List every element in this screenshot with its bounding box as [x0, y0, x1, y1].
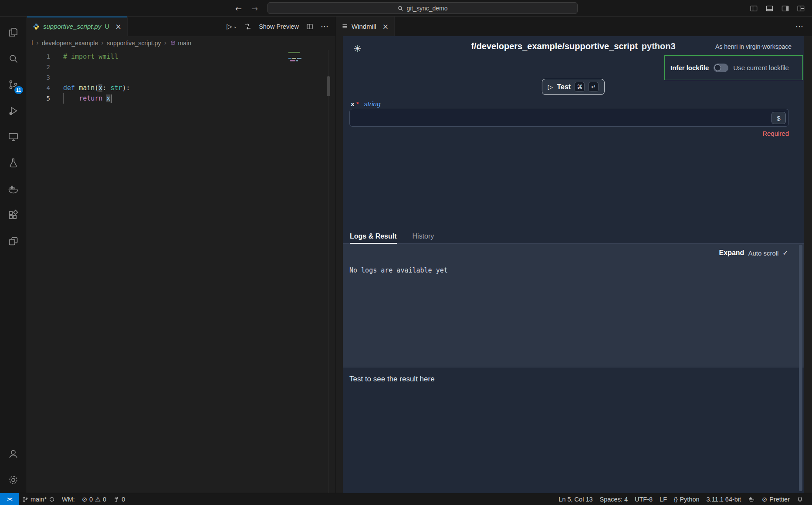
editor-group-windmill: Windmill × ⋯ ☀ f/developers_example/supp…: [335, 17, 812, 493]
remote-explorer-icon[interactable]: [0, 124, 27, 150]
breadcrumb-symbol[interactable]: main: [170, 40, 191, 47]
auto-scroll-label[interactable]: Auto scroll: [748, 249, 778, 257]
logs-controls: Expand Auto scroll ✓: [719, 249, 788, 257]
argument-input[interactable]: [350, 109, 788, 126]
search-icon: [397, 5, 403, 11]
tab-history[interactable]: History: [413, 229, 434, 243]
variable-picker-button[interactable]: $: [771, 112, 786, 124]
editor-group-code: supportive_script.py U × ▷ ⌄ Show Previe…: [27, 17, 335, 493]
eol-status[interactable]: LF: [656, 493, 670, 505]
field-name: x: [351, 100, 355, 108]
account-icon[interactable]: [0, 441, 27, 467]
docker-whale-icon: [748, 496, 755, 503]
docker-icon[interactable]: [0, 176, 27, 202]
tab-close-icon[interactable]: ×: [382, 22, 389, 31]
back-button[interactable]: ←: [235, 4, 242, 13]
remote-indicator[interactable]: ><: [0, 493, 19, 505]
line-number[interactable]: 3: [27, 72, 50, 83]
logs-panel: Expand Auto scroll ✓ No logs are availab…: [343, 244, 804, 367]
breadcrumb-folder[interactable]: developers_example: [42, 40, 98, 47]
git-branch-status[interactable]: main*: [19, 493, 58, 505]
toggle-sidebar-icon[interactable]: [750, 4, 758, 13]
test-button[interactable]: ▷ Test ⌘ ↵: [542, 79, 605, 95]
vscode-window: ← → git_sync_demo 11: [0, 0, 812, 505]
use-current-lockfile-label[interactable]: Use current lockfile: [733, 64, 789, 71]
python-file-icon: [33, 23, 40, 30]
editor-scrollbar-track: [328, 50, 328, 493]
breadcrumb-folder[interactable]: f: [31, 40, 33, 47]
wm-label: WM:: [62, 496, 75, 503]
tab-logs-result[interactable]: Logs & Result: [350, 229, 397, 244]
tab-filename: supportive_script.py: [43, 23, 101, 30]
line-number[interactable]: 1: [27, 51, 50, 62]
language-mode-status[interactable]: {} Python: [670, 493, 703, 505]
command-center-text: git_sync_demo: [406, 5, 447, 12]
tab-windmill[interactable]: Windmill ×: [336, 17, 395, 36]
tab-supportive-script[interactable]: supportive_script.py U ×: [27, 17, 128, 36]
editor-scrollbar-thumb[interactable]: [327, 76, 330, 96]
remote-icon: ><: [7, 496, 11, 502]
editor-actions: ▷ ⌄ Show Preview ⋯: [227, 17, 335, 36]
windmill-logo-icon: [342, 23, 348, 30]
code-token: def main(x: str):: [63, 83, 130, 93]
indentation-status[interactable]: Spaces: 4: [596, 493, 632, 505]
webview-scrollbar-thumb[interactable]: [799, 245, 802, 491]
encoding-status[interactable]: UTF-8: [631, 493, 656, 505]
minimap[interactable]: [288, 51, 325, 68]
cursor-position-status[interactable]: Ln 5, Col 13: [555, 493, 596, 505]
compare-changes-icon[interactable]: [244, 23, 252, 30]
logs-empty-message: No logs are available yet: [349, 266, 448, 274]
branch-name: main*: [30, 496, 47, 503]
windmill-content-area: ☀ f/developers_example/supportive_script…: [336, 36, 812, 493]
testing-beaker-icon[interactable]: [0, 150, 27, 176]
settings-gear-icon[interactable]: [0, 467, 27, 493]
line-number[interactable]: 4: [27, 83, 50, 93]
windmill-status[interactable]: WM:: [58, 493, 78, 505]
run-python-file-button[interactable]: ▷ ⌄: [227, 22, 237, 30]
line-number-active[interactable]: 5: [27, 93, 50, 104]
cmd-key-icon: ⌘: [575, 82, 585, 92]
docker-status[interactable]: [744, 493, 758, 505]
forward-button[interactable]: →: [251, 4, 258, 13]
more-actions-icon[interactable]: ⋯: [321, 22, 328, 31]
infer-lockfile-toggle[interactable]: [714, 64, 728, 72]
customize-layout-icon[interactable]: [797, 4, 805, 13]
notifications-status[interactable]: [793, 493, 807, 505]
run-debug-icon[interactable]: [0, 98, 27, 124]
symbol-method-icon: [170, 40, 176, 46]
ports-status[interactable]: 0: [110, 493, 129, 505]
expand-button[interactable]: Expand: [719, 249, 744, 257]
search-sidebar-icon[interactable]: [0, 45, 27, 71]
enter-key-icon: ↵: [589, 82, 599, 92]
prettier-state-icon: ⊘: [762, 496, 767, 503]
code-line: 3: [27, 72, 335, 83]
code-line: 5 return x: [27, 93, 335, 104]
line-number[interactable]: 2: [27, 62, 50, 72]
prettier-status[interactable]: ⊘ Prettier: [758, 493, 793, 505]
toggle-secondary-sidebar-icon[interactable]: [781, 4, 789, 13]
python-interpreter-status[interactable]: 3.11.1 64-bit: [703, 493, 745, 505]
test-button-label: Test: [557, 83, 571, 91]
required-star: *: [356, 100, 359, 108]
language-mode-label: Python: [680, 496, 699, 503]
tab-close-icon[interactable]: ×: [115, 22, 122, 31]
breadcrumb-separator: ›: [36, 39, 39, 47]
code-line: 4 def main(x: str):: [27, 83, 335, 93]
radio-tower-icon: [113, 496, 119, 502]
command-center[interactable]: git_sync_demo: [267, 2, 578, 14]
split-editor-icon[interactable]: [306, 23, 314, 30]
code-editor[interactable]: 1 # import wmill 2 3 4 def main(x: str):…: [27, 50, 335, 493]
overlapping-windows-icon[interactable]: [0, 228, 27, 254]
code-token: return x: [63, 93, 112, 104]
toggle-panel-icon[interactable]: [765, 4, 774, 13]
show-preview-button[interactable]: Show Preview: [259, 23, 299, 30]
script-path: f/developers_example/supportive_script: [471, 41, 637, 51]
more-actions-icon[interactable]: ⋯: [795, 17, 812, 36]
extensions-icon[interactable]: [0, 202, 27, 228]
problems-status[interactable]: ⊘ 0 ⚠ 0: [78, 493, 110, 505]
indent-guide: [63, 93, 64, 104]
explorer-icon[interactable]: [0, 19, 27, 45]
run-dropdown-icon[interactable]: ⌄: [233, 24, 237, 29]
breadcrumb-file[interactable]: supportive_script.py: [107, 40, 161, 47]
source-control-icon[interactable]: 11: [0, 71, 27, 98]
